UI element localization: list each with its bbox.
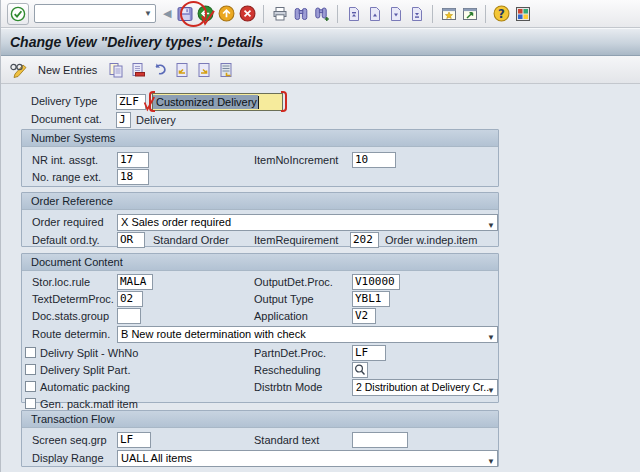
application-input[interactable]: V2 bbox=[352, 308, 376, 324]
first-page-icon bbox=[346, 6, 362, 22]
other-entry-icon bbox=[218, 62, 234, 78]
customize-layout-icon bbox=[515, 6, 531, 22]
group-number-systems: Number Systems NR int. assgt. 17 ItemNoI… bbox=[21, 129, 499, 187]
other-entry-button[interactable] bbox=[216, 60, 235, 80]
document-cat-text: Delivery bbox=[136, 113, 176, 128]
save-button[interactable] bbox=[175, 4, 194, 24]
output-type-label: Output Type bbox=[254, 292, 314, 307]
undo-icon bbox=[152, 62, 168, 78]
page-title: Change View "Delivery types": Details bbox=[10, 34, 263, 50]
chevron-down-icon: ▼ bbox=[487, 383, 495, 396]
stor-loc-rule-input[interactable]: MALA bbox=[117, 274, 153, 290]
item-requirement-label: ItemRequirement bbox=[254, 233, 338, 248]
last-page-button[interactable] bbox=[407, 4, 426, 24]
back-icon bbox=[197, 5, 214, 22]
text-determ-proc-label: TextDetermProc. bbox=[32, 292, 114, 307]
standard-text-input[interactable] bbox=[352, 432, 408, 448]
checkbox-automatic-packing[interactable] bbox=[25, 381, 36, 392]
display-change-icon bbox=[9, 61, 29, 79]
screen-seq-grp-input[interactable]: LF bbox=[117, 432, 151, 448]
distrbtn-mode-dropdown[interactable]: 2 Distribution at Delivery Cr.. ▼ bbox=[352, 379, 498, 396]
title-bar: Change View "Delivery types": Details bbox=[1, 28, 640, 56]
text-caret bbox=[258, 96, 259, 109]
distrbtn-mode-label: Distrbtn Mode bbox=[254, 380, 322, 395]
output-type-input[interactable]: YBL1 bbox=[352, 291, 390, 307]
page-up-icon bbox=[367, 6, 383, 22]
page-up-button[interactable] bbox=[365, 4, 384, 24]
order-required-label: Order required bbox=[32, 215, 104, 230]
toolbar-separator bbox=[337, 5, 338, 23]
checkbox-gen-pack-matl-item[interactable] bbox=[25, 398, 36, 409]
nr-int-assgt-input[interactable]: 17 bbox=[117, 152, 149, 168]
standard-text-label: Standard text bbox=[254, 433, 319, 448]
application-label: Application bbox=[254, 309, 308, 324]
new-session-button[interactable] bbox=[439, 4, 458, 24]
delivery-type-input[interactable]: ZLF bbox=[116, 94, 146, 110]
default-ord-ty-text: Standard Order bbox=[153, 233, 229, 248]
nr-int-assgt-label: NR int. assgt. bbox=[32, 153, 98, 168]
undo-button[interactable] bbox=[150, 60, 169, 80]
no-range-ext-input[interactable]: 18 bbox=[117, 169, 149, 185]
command-dropdown-arrow[interactable]: ▼ bbox=[141, 9, 155, 18]
output-det-proc-input[interactable]: V10000 bbox=[352, 274, 400, 290]
automatic-packing-label: Automatic packing bbox=[40, 380, 130, 395]
new-entries-button[interactable]: New Entries bbox=[34, 62, 103, 78]
group-transaction-flow-title: Transaction Flow bbox=[22, 411, 498, 428]
text-determ-proc-input[interactable]: 02 bbox=[117, 291, 143, 307]
checkbox-delivery-split-part[interactable] bbox=[25, 364, 36, 375]
find-icon bbox=[293, 6, 309, 22]
collapse-command-icon[interactable]: ◀ bbox=[163, 7, 171, 20]
find-button[interactable] bbox=[291, 4, 310, 24]
cancel-icon bbox=[239, 5, 256, 22]
back-button[interactable] bbox=[196, 4, 215, 24]
sap-window: ▼ ◀ bbox=[0, 0, 640, 472]
enter-button[interactable] bbox=[7, 3, 29, 25]
partn-det-proc-input[interactable]: LF bbox=[352, 345, 386, 361]
document-cat-label: Document cat. bbox=[31, 112, 102, 127]
order-required-dropdown[interactable]: X Sales order required ▼ bbox=[117, 214, 498, 231]
cancel-button[interactable] bbox=[238, 4, 257, 24]
page-down-button[interactable] bbox=[386, 4, 405, 24]
item-no-increment-input[interactable]: 10 bbox=[352, 152, 396, 168]
delete-button[interactable] bbox=[128, 60, 147, 80]
document-cat-input[interactable]: J bbox=[116, 112, 131, 128]
create-shortcut-icon bbox=[462, 6, 478, 22]
display-range-dropdown[interactable]: UALL All items ▼ bbox=[117, 450, 498, 467]
checkbox-delivry-split-whno[interactable] bbox=[25, 347, 36, 358]
chevron-down-icon: ▼ bbox=[487, 218, 495, 231]
command-field[interactable]: ▼ bbox=[34, 4, 156, 23]
copy-as-button[interactable] bbox=[106, 60, 125, 80]
delivery-split-part-label: Delivery Split Part. bbox=[40, 363, 130, 378]
new-session-icon bbox=[441, 6, 457, 22]
display-range-value: UALL All items bbox=[121, 452, 192, 464]
first-page-button[interactable] bbox=[344, 4, 363, 24]
exit-button[interactable] bbox=[217, 4, 236, 24]
screen-seq-grp-label: Screen seq.grp bbox=[32, 433, 107, 448]
distrbtn-mode-value: 2 Distribution at Delivery Cr.. bbox=[356, 381, 489, 393]
search-icon bbox=[353, 363, 367, 377]
previous-entry-icon bbox=[174, 62, 190, 78]
route-determin-dropdown[interactable]: B New route determination with check ▼ bbox=[117, 326, 498, 343]
delivery-type-description-input[interactable]: Customized Delivery bbox=[152, 93, 283, 111]
no-range-ext-label: No. range ext. bbox=[32, 170, 101, 185]
find-next-button[interactable] bbox=[312, 4, 331, 24]
help-button[interactable]: ? bbox=[492, 4, 511, 24]
item-requirement-input[interactable]: 202 bbox=[350, 232, 379, 248]
next-entry-button[interactable] bbox=[194, 60, 213, 80]
rescheduling-input[interactable] bbox=[352, 362, 368, 378]
default-ord-ty-input[interactable]: OR bbox=[117, 232, 145, 248]
item-no-increment-label: ItemNoIncrement bbox=[254, 153, 338, 168]
doc-stats-group-input[interactable] bbox=[117, 308, 141, 324]
group-number-systems-title: Number Systems bbox=[22, 130, 498, 147]
partn-det-proc-label: PartnDet.Proc. bbox=[254, 346, 326, 361]
print-button[interactable] bbox=[270, 4, 289, 24]
create-shortcut-button[interactable] bbox=[460, 4, 479, 24]
application-toolbar: New Entries bbox=[1, 56, 640, 84]
toolbar-separator bbox=[432, 5, 433, 23]
copy-as-icon bbox=[108, 62, 124, 78]
route-determin-value: B New route determination with check bbox=[121, 328, 306, 340]
display-change-button[interactable] bbox=[7, 60, 31, 80]
find-next-icon bbox=[314, 6, 330, 22]
customize-layout-button[interactable] bbox=[513, 4, 532, 24]
previous-entry-button[interactable] bbox=[172, 60, 191, 80]
